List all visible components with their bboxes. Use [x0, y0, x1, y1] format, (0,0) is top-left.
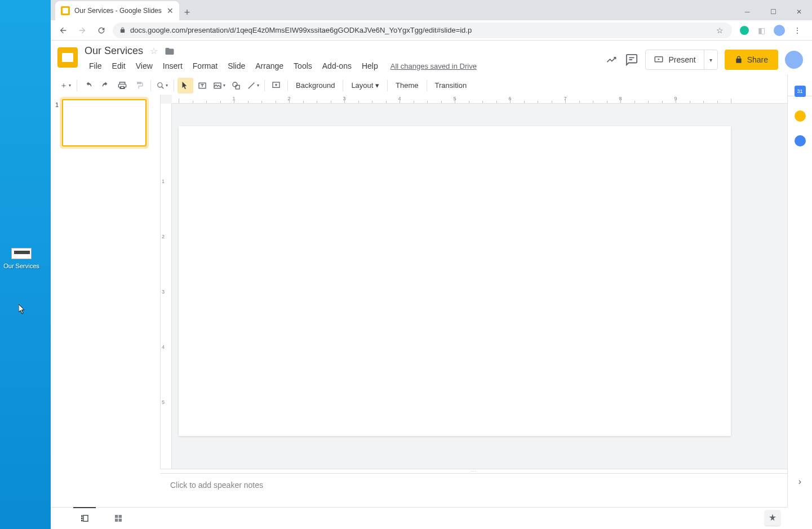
- maximize-window-button[interactable]: ☐: [760, 3, 786, 20]
- activity-dashboard-icon[interactable]: [605, 53, 618, 66]
- reload-button[interactable]: [94, 23, 109, 38]
- add-comment-button[interactable]: [268, 78, 284, 94]
- textbox-tool[interactable]: [194, 78, 210, 94]
- back-button[interactable]: [55, 23, 71, 38]
- menu-view[interactable]: View: [131, 59, 157, 73]
- slide-thumbnail[interactable]: 1: [55, 99, 156, 146]
- calendar-addon-icon[interactable]: [795, 86, 806, 97]
- svg-rect-14: [119, 519, 122, 522]
- ruler-label: 1: [162, 179, 165, 184]
- menu-format[interactable]: Format: [188, 59, 222, 73]
- print-button[interactable]: [114, 78, 130, 94]
- forward-button[interactable]: [74, 23, 90, 38]
- share-button[interactable]: Share: [725, 50, 778, 70]
- menu-file[interactable]: File: [85, 59, 107, 73]
- slide-canvas[interactable]: [179, 126, 731, 436]
- filmstrip-view-button[interactable]: [68, 509, 101, 527]
- present-button[interactable]: Present: [646, 55, 703, 65]
- lock-icon: [735, 56, 743, 64]
- svg-rect-10: [83, 515, 88, 522]
- menu-edit[interactable]: Edit: [108, 59, 130, 73]
- new-tab-button[interactable]: +: [179, 5, 195, 20]
- explore-button[interactable]: [765, 510, 780, 526]
- browser-profile-avatar[interactable]: [774, 25, 785, 36]
- ruler-label: 5: [162, 399, 165, 405]
- menu-insert[interactable]: Insert: [158, 59, 187, 73]
- side-panel-collapse-icon[interactable]: ›: [792, 473, 809, 490]
- notes-resize-handle[interactable]: ⋯: [160, 469, 787, 473]
- document-title[interactable]: Our Services: [85, 45, 143, 57]
- main-area: 1 123456789 12345: [51, 95, 787, 507]
- speaker-notes[interactable]: Click to add speaker notes: [160, 473, 787, 507]
- thumbnail-preview: [62, 99, 147, 146]
- shape-tool[interactable]: [228, 78, 244, 94]
- svg-rect-13: [115, 519, 118, 522]
- separator: [287, 80, 288, 91]
- browser-tab[interactable]: Our Services - Google Slides ✕: [55, 1, 179, 20]
- tab-title: Our Services - Google Slides: [74, 7, 162, 15]
- horizontal-ruler: 123456789: [172, 95, 787, 104]
- ruler-label: 2: [162, 234, 165, 239]
- menu-tools[interactable]: Tools: [289, 59, 317, 73]
- share-label: Share: [747, 55, 768, 64]
- move-folder-icon[interactable]: [165, 46, 175, 56]
- save-status[interactable]: All changes saved in Drive: [391, 62, 477, 70]
- present-icon: [654, 55, 664, 65]
- present-dropdown[interactable]: ▾: [704, 50, 717, 69]
- separator: [387, 80, 388, 91]
- menu-addons[interactable]: Add-ons: [318, 59, 356, 73]
- layout-button[interactable]: Layout ▾: [347, 81, 384, 90]
- ruler-label: 4: [162, 344, 165, 350]
- menu-arrange[interactable]: Arrange: [251, 59, 288, 73]
- theme-button[interactable]: Theme: [391, 81, 423, 90]
- comments-icon[interactable]: [625, 53, 638, 66]
- svg-rect-5: [236, 85, 239, 89]
- menu-help[interactable]: Help: [357, 59, 383, 73]
- separator: [264, 80, 265, 91]
- menu-slide[interactable]: Slide: [223, 59, 250, 73]
- present-label: Present: [668, 55, 695, 64]
- svg-rect-12: [119, 515, 122, 518]
- desktop-file-icon[interactable]: Our Services: [2, 248, 41, 269]
- address-bar[interactable]: docs.google.com/presentation/d/1qeqE4z0M…: [113, 23, 732, 38]
- star-bookmark-icon[interactable]: ☆: [714, 25, 725, 36]
- svg-rect-7: [81, 515, 83, 517]
- drag-dots-icon: ⋯: [471, 468, 477, 474]
- slides-logo-icon[interactable]: [57, 47, 78, 68]
- desktop-background: Our Services: [0, 0, 51, 529]
- transition-button[interactable]: Transition: [431, 81, 472, 90]
- image-tool[interactable]: [211, 78, 227, 94]
- undo-button[interactable]: [81, 78, 96, 94]
- canvas-area: 123456789 12345: [160, 95, 787, 507]
- separator: [77, 80, 77, 91]
- redo-button[interactable]: [97, 78, 113, 94]
- separator: [427, 80, 427, 91]
- present-button-group: Present ▾: [645, 50, 717, 70]
- extension-grammarly-icon[interactable]: [740, 26, 749, 35]
- extension-icon[interactable]: ◧: [756, 25, 767, 36]
- toolbar: ＋: [51, 75, 812, 96]
- background-button[interactable]: Background: [291, 81, 339, 90]
- new-slide-button[interactable]: ＋: [57, 78, 73, 94]
- star-document-icon[interactable]: ☆: [150, 46, 158, 56]
- bottom-bar: [51, 507, 787, 529]
- paint-format-button[interactable]: [131, 78, 147, 94]
- minimize-window-button[interactable]: ─: [734, 3, 760, 20]
- account-avatar[interactable]: [785, 51, 803, 69]
- close-tab-icon[interactable]: ✕: [167, 6, 174, 15]
- line-tool[interactable]: [245, 78, 261, 94]
- svg-rect-9: [81, 520, 83, 522]
- browser-menu-icon[interactable]: ⋮: [792, 25, 803, 36]
- close-window-button[interactable]: ✕: [786, 3, 812, 20]
- keep-addon-icon[interactable]: [795, 110, 806, 122]
- zoom-button[interactable]: [154, 78, 170, 94]
- grid-view-button[interactable]: [101, 509, 135, 527]
- tasks-addon-icon[interactable]: [795, 135, 806, 146]
- slides-favicon: [61, 6, 70, 15]
- browser-toolbar: docs.google.com/presentation/d/1qeqE4z0M…: [51, 20, 812, 41]
- vertical-ruler: 12345: [161, 104, 172, 507]
- desktop-file-label: Our Services: [2, 263, 41, 269]
- select-tool[interactable]: [178, 78, 193, 94]
- lock-icon: [119, 26, 126, 34]
- mouse-cursor: [19, 304, 26, 314]
